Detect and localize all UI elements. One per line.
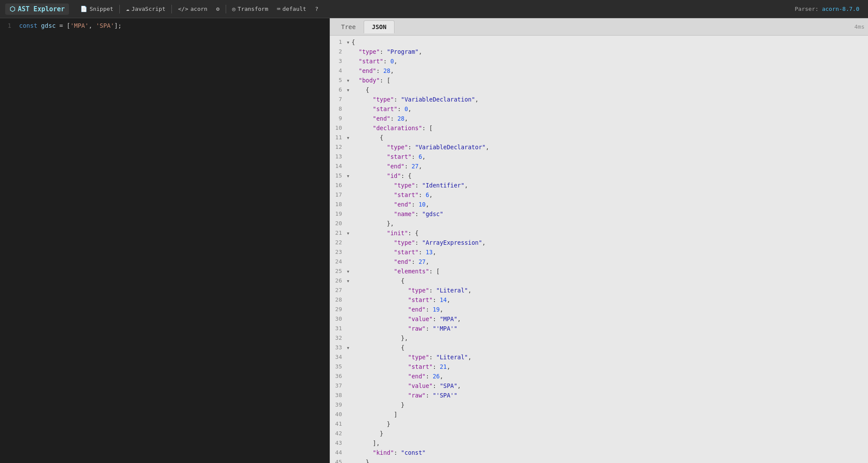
- ast-toggle: [346, 410, 352, 419]
- ast-toggle: [346, 257, 352, 266]
- ast-line: 21▾ "init": {: [330, 228, 868, 238]
- tab-json[interactable]: JSON: [364, 20, 395, 33]
- toolbar-help[interactable]: ?: [311, 4, 323, 14]
- ast-line-number: 2: [330, 47, 346, 56]
- toolbar-sep-1: [119, 5, 120, 13]
- toolbar-transform[interactable]: ◎ Transform: [228, 4, 273, 14]
- ast-line-number: 32: [330, 333, 346, 343]
- ast-toggle[interactable]: ▾: [346, 343, 352, 352]
- ast-toggle[interactable]: ▾: [346, 171, 352, 181]
- ast-toggle[interactable]: ▾: [346, 228, 352, 238]
- ast-line: 26▾ {: [330, 276, 868, 286]
- ast-line: 11▾ {: [330, 133, 868, 142]
- ast-toggle: [346, 305, 352, 314]
- ast-toggle: [346, 448, 352, 457]
- ast-toggle[interactable]: ▾: [346, 276, 352, 286]
- ast-line-number: 36: [330, 371, 346, 381]
- ast-line: 44 "kind": "const": [330, 448, 868, 457]
- ast-toggle: [346, 333, 352, 343]
- ast-toggle: [346, 286, 352, 295]
- ast-code: {: [352, 37, 868, 47]
- gear-icon: ⚙: [216, 6, 220, 12]
- toolbar-snippet[interactable]: 📄 Snippet: [76, 4, 118, 14]
- ast-line-number: 6: [330, 85, 346, 95]
- ast-code: "value": "SPA",: [352, 381, 868, 391]
- ast-toggle[interactable]: ▾: [346, 266, 352, 276]
- ast-line: 31 "raw": "'MPA'": [330, 324, 868, 333]
- javascript-icon: ☁: [126, 6, 129, 12]
- ast-line: 2 "type": "Program",: [330, 47, 868, 56]
- ast-code: "start": 13,: [352, 247, 868, 257]
- tab-tree[interactable]: Tree: [333, 21, 364, 33]
- code-line-1: const gdsc = ['MPA', 'SPA'];: [19, 21, 326, 30]
- toolbar-keyboard[interactable]: ⌨ default: [273, 4, 311, 14]
- ast-line: 28 "start": 14,: [330, 295, 868, 305]
- ast-line-number: 10: [330, 123, 346, 133]
- ast-code: "type": "Program",: [352, 47, 868, 56]
- ast-code: "init": {: [352, 228, 868, 238]
- toolbar: ⬡ AST Explorer 📄 Snippet ☁ JavaScript </…: [0, 0, 868, 18]
- ast-toggle: [346, 352, 352, 362]
- ast-line: 6▾ {: [330, 85, 868, 95]
- ast-code: "value": "MPA",: [352, 314, 868, 324]
- ast-toggle: [346, 47, 352, 56]
- ast-toggle: [346, 419, 352, 429]
- ast-code: "type": "Literal",: [352, 352, 868, 362]
- ast-toggle[interactable]: ▾: [346, 37, 352, 47]
- ast-code: },: [352, 219, 868, 228]
- ast-line-number: 23: [330, 247, 346, 257]
- toolbar-javascript[interactable]: ☁ JavaScript: [122, 4, 170, 14]
- code-area[interactable]: const gdsc = ['MPA', 'SPA'];: [16, 21, 329, 460]
- editor-content[interactable]: 1 const gdsc = ['MPA', 'SPA'];: [0, 18, 329, 463]
- ast-line: 39 }: [330, 400, 868, 410]
- ast-toggle: [346, 114, 352, 123]
- ast-toggle: [346, 200, 352, 209]
- snippet-icon: 📄: [80, 6, 87, 12]
- ast-toggle: [346, 56, 352, 66]
- ast-code: "end": 27,: [352, 257, 868, 266]
- ast-code: "start": 0,: [352, 56, 868, 66]
- ast-toggle: [346, 209, 352, 219]
- ast-line-number: 16: [330, 181, 346, 190]
- ast-line-number: 39: [330, 400, 346, 410]
- ast-code: {: [352, 85, 868, 95]
- ast-toggle: [346, 161, 352, 171]
- ast-line: 35 "start": 21,: [330, 362, 868, 371]
- ast-code: "type": "VariableDeclaration",: [352, 95, 868, 104]
- ast-code: "id": {: [352, 171, 868, 181]
- toolbar-settings[interactable]: ⚙: [212, 4, 224, 14]
- ast-toggle[interactable]: ▾: [346, 133, 352, 142]
- ast-line-number: 37: [330, 381, 346, 391]
- ast-toggle: [346, 438, 352, 448]
- ast-line: 29 "end": 19,: [330, 305, 868, 314]
- ast-code: "declarations": [: [352, 123, 868, 133]
- line-numbers: 1: [0, 21, 16, 460]
- ast-code: ],: [352, 438, 868, 448]
- ast-line: 27 "type": "Literal",: [330, 286, 868, 295]
- ast-toggle: [346, 66, 352, 76]
- ast-line: 8 "start": 0,: [330, 104, 868, 114]
- ast-toggle: [346, 391, 352, 400]
- ast-line: 24 "end": 27,: [330, 257, 868, 266]
- ast-toggle: [346, 371, 352, 381]
- ast-code: "end": 28,: [352, 114, 868, 123]
- ast-toggle: [346, 324, 352, 333]
- main-layout: 1 const gdsc = ['MPA', 'SPA']; Tree JSON…: [0, 18, 868, 463]
- ast-line: 32 },: [330, 333, 868, 343]
- ast-code: {: [352, 343, 868, 352]
- ast-line-number: 24: [330, 257, 346, 266]
- ast-content[interactable]: 1▾{2 "type": "Program",3 "start": 0,4 "e…: [330, 36, 868, 463]
- ast-line: 43 ],: [330, 438, 868, 448]
- ast-line: 33▾ {: [330, 343, 868, 352]
- ast-code: "start": 21,: [352, 362, 868, 371]
- ast-toggle[interactable]: ▾: [346, 85, 352, 95]
- ast-line: 41 }: [330, 419, 868, 429]
- toolbar-acorn[interactable]: </> acorn: [174, 4, 212, 14]
- ast-line-number: 30: [330, 314, 346, 324]
- ast-code: "end": 10,: [352, 200, 868, 209]
- ast-code: {: [352, 133, 868, 142]
- brand-icon: ⬡: [10, 5, 15, 13]
- ast-line: 42 }: [330, 429, 868, 438]
- parser-version-link[interactable]: acorn-8.7.0: [822, 6, 859, 12]
- ast-toggle[interactable]: ▾: [346, 76, 352, 85]
